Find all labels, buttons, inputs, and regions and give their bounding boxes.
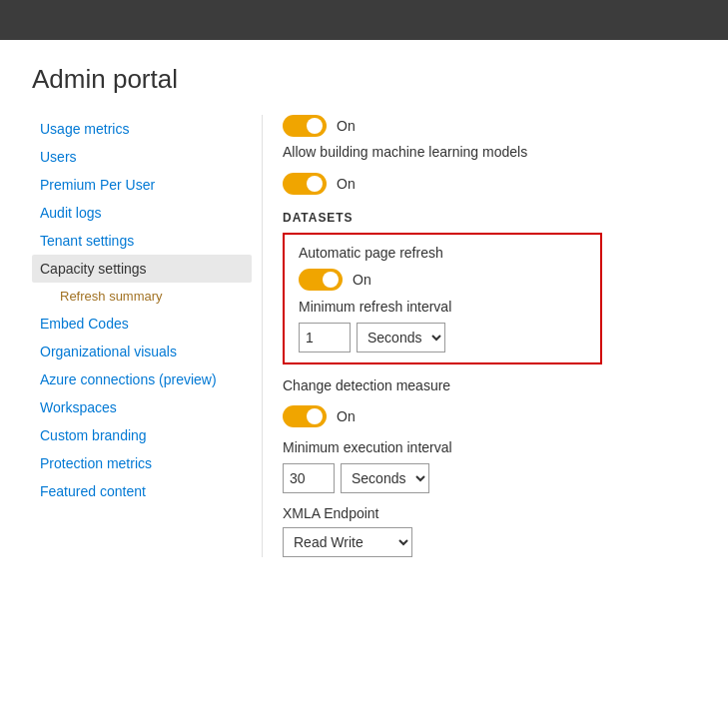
main-content: On Allow building machine learning model… [262, 115, 696, 557]
highlight-box: Automatic page refresh On Minimum refres… [283, 233, 602, 364]
interval-input-row: Seconds Minutes [299, 323, 586, 353]
datasets-header: DATASETS [283, 211, 696, 225]
toggle-highlight-row: On [299, 269, 586, 291]
toggle-highlight-switch[interactable] [299, 269, 343, 291]
page-title: Admin portal [32, 64, 696, 95]
sidebar-item-custom-branding[interactable]: Custom branding [32, 421, 252, 449]
sidebar-item-capacity-settings[interactable]: Capacity settings [32, 255, 252, 283]
sidebar-item-protection-metrics[interactable]: Protection metrics [32, 449, 252, 477]
interval-label: Minimum refresh interval [299, 299, 586, 315]
interval-number-input[interactable] [299, 323, 351, 353]
execution-interval-unit-select[interactable]: Seconds Minutes [341, 463, 429, 493]
execution-interval-label: Minimum execution interval [283, 439, 696, 455]
sidebar-item-workspaces[interactable]: Workspaces [32, 393, 252, 421]
change-detection-label: Change detection measure [283, 376, 696, 396]
sidebar-item-tenant-settings[interactable]: Tenant settings [32, 227, 252, 255]
toggle3-switch[interactable] [283, 405, 327, 427]
xmla-select[interactable]: Read Write Read Only None [283, 527, 412, 557]
toggle-highlight-label: On [353, 272, 371, 288]
sidebar-item-refresh-summary[interactable]: Refresh summary [32, 283, 252, 310]
top-bar [0, 0, 728, 40]
execution-interval-input[interactable] [283, 463, 335, 493]
toggle1-switch[interactable] [283, 115, 327, 137]
building-ml-description: Allow building machine learning models [283, 143, 696, 163]
toggle3-row: On [283, 405, 696, 427]
interval-unit-select[interactable]: Seconds Minutes [357, 323, 445, 353]
sidebar-item-audit-logs[interactable]: Audit logs [32, 199, 252, 227]
toggle2-switch[interactable] [283, 173, 327, 195]
sidebar-item-featured-content[interactable]: Featured content [32, 477, 252, 505]
sidebar-item-premium-per-user[interactable]: Premium Per User [32, 171, 252, 199]
toggle1-label: On [337, 118, 356, 134]
sidebar-item-azure-connections[interactable]: Azure connections (preview) [32, 365, 252, 393]
sidebar-item-organizational-visuals[interactable]: Organizational visuals [32, 338, 252, 365]
xmla-label: XMLA Endpoint [283, 505, 696, 521]
toggle1-row: On [283, 115, 696, 137]
highlight-box-title: Automatic page refresh [299, 245, 586, 261]
page-content: Admin portal Usage metricsUsersPremium P… [0, 40, 728, 581]
toggle2-label: On [337, 176, 356, 192]
sidebar-item-embed-codes[interactable]: Embed Codes [32, 310, 252, 338]
sidebar-item-users[interactable]: Users [32, 143, 252, 171]
sidebar: Usage metricsUsersPremium Per UserAudit … [32, 115, 262, 557]
toggle2-row: On [283, 173, 696, 195]
sidebar-item-usage-metrics[interactable]: Usage metrics [32, 115, 252, 143]
execution-interval-row: Seconds Minutes [283, 463, 696, 493]
toggle3-label: On [337, 408, 356, 424]
xmla-select-row: Read Write Read Only None [283, 527, 696, 557]
